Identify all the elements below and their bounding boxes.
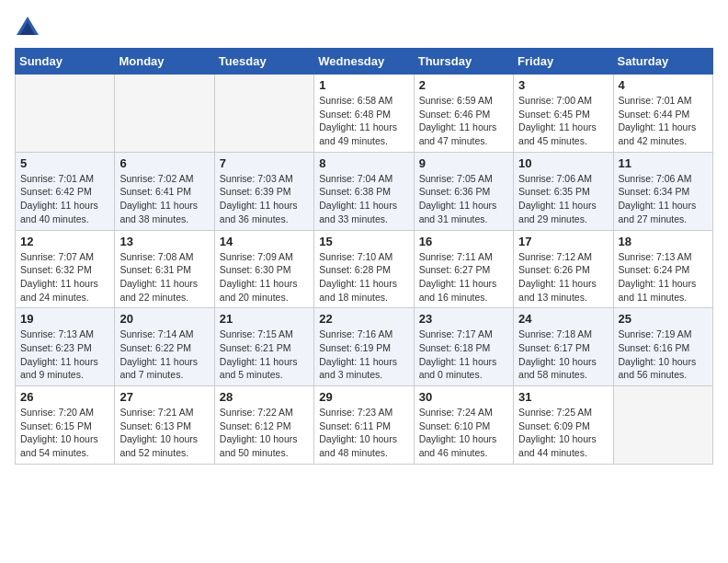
day-info: Sunrise: 7:10 AM Sunset: 6:28 PM Dayligh… [319, 250, 408, 304]
day-info: Sunrise: 7:07 AM Sunset: 6:32 PM Dayligh… [20, 250, 109, 304]
calendar-cell: 31Sunrise: 7:25 AM Sunset: 6:09 PM Dayli… [514, 386, 613, 465]
day-info: Sunrise: 7:06 AM Sunset: 6:34 PM Dayligh… [619, 172, 708, 226]
calendar-cell: 26Sunrise: 7:20 AM Sunset: 6:15 PM Dayli… [16, 386, 115, 465]
calendar-cell: 14Sunrise: 7:09 AM Sunset: 6:30 PM Dayli… [214, 230, 313, 308]
calendar-cell: 25Sunrise: 7:19 AM Sunset: 6:16 PM Dayli… [613, 308, 712, 386]
calendar-cell: 16Sunrise: 7:11 AM Sunset: 6:27 PM Dayli… [414, 230, 513, 308]
day-number: 8 [319, 156, 408, 170]
day-number: 6 [119, 156, 209, 170]
day-number: 20 [119, 312, 209, 326]
day-info: Sunrise: 6:58 AM Sunset: 6:48 PM Dayligh… [319, 94, 408, 148]
day-number: 16 [419, 235, 508, 248]
weekday-header: Tuesday [214, 49, 313, 75]
day-info: Sunrise: 7:03 AM Sunset: 6:39 PM Dayligh… [220, 172, 309, 226]
calendar-cell: 2Sunrise: 6:59 AM Sunset: 6:46 PM Daylig… [414, 75, 513, 153]
day-number: 10 [518, 156, 608, 170]
calendar-cell: 6Sunrise: 7:02 AM Sunset: 6:41 PM Daylig… [115, 152, 214, 230]
day-number: 15 [319, 235, 408, 248]
day-info: Sunrise: 7:25 AM Sunset: 6:09 PM Dayligh… [518, 406, 608, 460]
calendar-cell: 11Sunrise: 7:06 AM Sunset: 6:34 PM Dayli… [613, 152, 712, 230]
calendar-cell: 28Sunrise: 7:22 AM Sunset: 6:12 PM Dayli… [214, 386, 313, 465]
day-info: Sunrise: 7:08 AM Sunset: 6:31 PM Dayligh… [119, 250, 209, 304]
day-info: Sunrise: 7:06 AM Sunset: 6:35 PM Dayligh… [518, 172, 608, 226]
calendar-cell [613, 386, 712, 465]
day-number: 22 [319, 312, 408, 326]
day-number: 13 [119, 235, 209, 248]
day-number: 19 [20, 312, 109, 326]
logo [15, 15, 44, 40]
day-number: 12 [20, 235, 109, 248]
calendar-cell: 4Sunrise: 7:01 AM Sunset: 6:44 PM Daylig… [613, 75, 712, 153]
weekday-header: Monday [115, 49, 214, 75]
calendar-cell: 29Sunrise: 7:23 AM Sunset: 6:11 PM Dayli… [314, 386, 414, 465]
calendar: SundayMondayTuesdayWednesdayThursdayFrid… [15, 48, 713, 465]
calendar-cell: 5Sunrise: 7:01 AM Sunset: 6:42 PM Daylig… [16, 152, 115, 230]
calendar-cell: 27Sunrise: 7:21 AM Sunset: 6:13 PM Dayli… [115, 386, 214, 465]
day-number: 31 [518, 390, 608, 404]
calendar-cell: 30Sunrise: 7:24 AM Sunset: 6:10 PM Dayli… [414, 386, 513, 465]
calendar-cell: 10Sunrise: 7:06 AM Sunset: 6:35 PM Dayli… [514, 152, 613, 230]
day-info: Sunrise: 7:17 AM Sunset: 6:18 PM Dayligh… [419, 327, 508, 382]
day-number: 25 [619, 312, 708, 326]
page-header [15, 15, 713, 40]
day-info: Sunrise: 7:01 AM Sunset: 6:44 PM Dayligh… [619, 94, 708, 148]
weekday-header: Saturday [613, 49, 712, 75]
day-number: 18 [619, 235, 708, 248]
calendar-cell: 12Sunrise: 7:07 AM Sunset: 6:32 PM Dayli… [16, 230, 115, 308]
calendar-cell: 7Sunrise: 7:03 AM Sunset: 6:39 PM Daylig… [214, 152, 313, 230]
weekday-header: Wednesday [314, 49, 414, 75]
day-info: Sunrise: 7:11 AM Sunset: 6:27 PM Dayligh… [419, 250, 508, 304]
day-info: Sunrise: 7:13 AM Sunset: 6:24 PM Dayligh… [619, 250, 708, 304]
calendar-cell: 3Sunrise: 7:00 AM Sunset: 6:45 PM Daylig… [514, 75, 613, 153]
day-number: 27 [119, 390, 209, 404]
day-number: 9 [419, 156, 508, 170]
day-info: Sunrise: 7:20 AM Sunset: 6:15 PM Dayligh… [20, 406, 109, 460]
day-number: 5 [20, 156, 109, 170]
day-info: Sunrise: 7:02 AM Sunset: 6:41 PM Dayligh… [119, 172, 209, 226]
day-info: Sunrise: 7:15 AM Sunset: 6:21 PM Dayligh… [220, 327, 309, 382]
day-info: Sunrise: 7:21 AM Sunset: 6:13 PM Dayligh… [119, 406, 209, 460]
day-info: Sunrise: 7:22 AM Sunset: 6:12 PM Dayligh… [220, 406, 309, 460]
calendar-cell: 22Sunrise: 7:16 AM Sunset: 6:19 PM Dayli… [314, 308, 414, 386]
calendar-cell: 1Sunrise: 6:58 AM Sunset: 6:48 PM Daylig… [314, 75, 414, 153]
day-number: 11 [619, 156, 708, 170]
day-number: 7 [220, 156, 309, 170]
day-number: 14 [220, 235, 309, 248]
calendar-cell: 18Sunrise: 7:13 AM Sunset: 6:24 PM Dayli… [613, 230, 712, 308]
day-info: Sunrise: 7:13 AM Sunset: 6:23 PM Dayligh… [20, 327, 109, 382]
day-number: 23 [419, 312, 508, 326]
day-number: 1 [319, 78, 408, 92]
day-info: Sunrise: 7:01 AM Sunset: 6:42 PM Dayligh… [20, 172, 109, 226]
calendar-cell [214, 75, 313, 153]
day-info: Sunrise: 7:23 AM Sunset: 6:11 PM Dayligh… [319, 406, 408, 460]
weekday-header: Sunday [16, 49, 115, 75]
day-info: Sunrise: 7:14 AM Sunset: 6:22 PM Dayligh… [119, 327, 209, 382]
day-info: Sunrise: 7:12 AM Sunset: 6:26 PM Dayligh… [518, 250, 608, 304]
calendar-cell: 23Sunrise: 7:17 AM Sunset: 6:18 PM Dayli… [414, 308, 513, 386]
day-number: 26 [20, 390, 109, 404]
calendar-cell: 13Sunrise: 7:08 AM Sunset: 6:31 PM Dayli… [115, 230, 214, 308]
calendar-cell: 20Sunrise: 7:14 AM Sunset: 6:22 PM Dayli… [115, 308, 214, 386]
calendar-cell: 9Sunrise: 7:05 AM Sunset: 6:36 PM Daylig… [414, 152, 513, 230]
calendar-cell: 15Sunrise: 7:10 AM Sunset: 6:28 PM Dayli… [314, 230, 414, 308]
calendar-cell: 21Sunrise: 7:15 AM Sunset: 6:21 PM Dayli… [214, 308, 313, 386]
calendar-cell [115, 75, 214, 153]
weekday-header: Friday [514, 49, 613, 75]
calendar-cell [16, 75, 115, 153]
calendar-cell: 19Sunrise: 7:13 AM Sunset: 6:23 PM Dayli… [16, 308, 115, 386]
day-number: 17 [518, 235, 608, 248]
day-number: 3 [518, 78, 608, 92]
calendar-cell: 17Sunrise: 7:12 AM Sunset: 6:26 PM Dayli… [514, 230, 613, 308]
day-number: 2 [419, 78, 508, 92]
day-info: Sunrise: 7:00 AM Sunset: 6:45 PM Dayligh… [518, 94, 608, 148]
day-info: Sunrise: 7:16 AM Sunset: 6:19 PM Dayligh… [319, 327, 408, 382]
day-number: 29 [319, 390, 408, 404]
day-info: Sunrise: 7:05 AM Sunset: 6:36 PM Dayligh… [419, 172, 508, 226]
day-number: 24 [518, 312, 608, 326]
day-info: Sunrise: 7:04 AM Sunset: 6:38 PM Dayligh… [319, 172, 408, 226]
day-info: Sunrise: 7:09 AM Sunset: 6:30 PM Dayligh… [220, 250, 309, 304]
day-info: Sunrise: 7:18 AM Sunset: 6:17 PM Dayligh… [518, 327, 608, 382]
weekday-header: Thursday [414, 49, 513, 75]
day-number: 4 [619, 78, 708, 92]
day-number: 21 [220, 312, 309, 326]
